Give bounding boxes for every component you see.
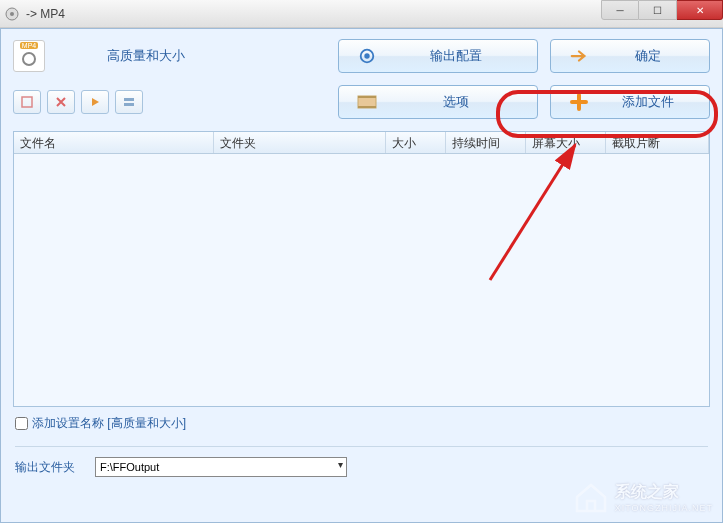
- col-folder[interactable]: 文件夹: [214, 132, 386, 153]
- add-settings-name-label: 添加设置名称 [高质量和大小]: [32, 415, 186, 432]
- separator: [15, 446, 708, 447]
- output-folder-label: 输出文件夹: [15, 459, 75, 476]
- titlebar: -> MP4 ─ ☐ ✕: [0, 0, 723, 28]
- ok-button[interactable]: 确定: [550, 39, 710, 73]
- output-folder-select[interactable]: [95, 457, 347, 477]
- options-button[interactable]: 选项: [338, 85, 538, 119]
- watermark: 系统之家 XITONGZHIJIA.NET: [573, 479, 713, 515]
- svg-rect-4: [22, 97, 32, 107]
- delete-icon-button[interactable]: [47, 90, 75, 114]
- play-icon-button[interactable]: [81, 90, 109, 114]
- col-size[interactable]: 大小: [386, 132, 446, 153]
- svg-point-1: [10, 12, 14, 16]
- quality-label: 高质量和大小: [107, 47, 185, 65]
- col-filename[interactable]: 文件名: [14, 132, 214, 153]
- gear-icon: [339, 47, 395, 65]
- format-badge-icon: [13, 40, 45, 72]
- svg-rect-6: [124, 103, 134, 106]
- col-screen[interactable]: 屏幕大小: [526, 132, 606, 153]
- svg-rect-9: [358, 106, 376, 108]
- filmstrip-icon: [339, 94, 395, 110]
- app-icon: [4, 6, 20, 22]
- maximize-button[interactable]: ☐: [639, 0, 677, 20]
- add-file-button[interactable]: 添加文件: [550, 85, 710, 119]
- output-config-button[interactable]: 输出配置: [338, 39, 538, 73]
- arrow-right-icon: [551, 49, 607, 63]
- col-clip[interactable]: 截取片断: [606, 132, 709, 153]
- list-icon-button[interactable]: [115, 90, 143, 114]
- plus-icon: [551, 93, 607, 111]
- col-duration[interactable]: 持续时间: [446, 132, 526, 153]
- window-controls: ─ ☐ ✕: [601, 0, 723, 20]
- close-button[interactable]: ✕: [677, 0, 723, 20]
- file-table: 文件名 文件夹 大小 持续时间 屏幕大小 截取片断: [13, 131, 710, 407]
- svg-rect-5: [124, 98, 134, 101]
- add-settings-name-checkbox[interactable]: [15, 417, 28, 430]
- file-icon-button[interactable]: [13, 90, 41, 114]
- table-header: 文件名 文件夹 大小 持续时间 屏幕大小 截取片断: [14, 132, 709, 154]
- svg-rect-8: [358, 96, 376, 98]
- window-title: -> MP4: [26, 7, 65, 21]
- minimize-button[interactable]: ─: [601, 0, 639, 20]
- app-body: 高质量和大小 输出配置 确定: [0, 28, 723, 523]
- svg-point-3: [364, 53, 369, 58]
